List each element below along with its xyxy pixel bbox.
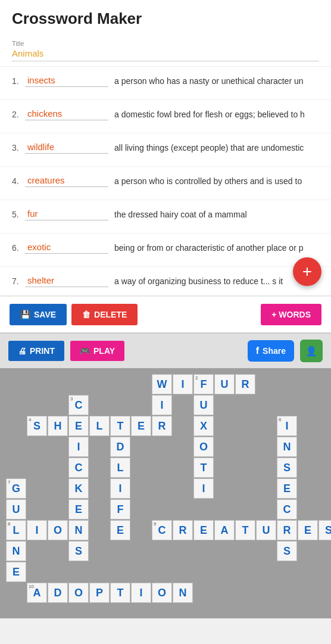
app-title: Crossword Maker <box>12 10 319 28</box>
word-term-input[interactable] <box>25 175 108 187</box>
crossword-cell: I <box>193 478 214 499</box>
crossword-cell: S <box>318 520 331 540</box>
save-icon: 💾 <box>20 310 30 319</box>
word-clue: the dressed hairy coat of a mammal <box>114 209 319 219</box>
crossword-cell: I <box>27 520 47 540</box>
crossword-cell: S <box>68 541 89 561</box>
crossword-cell: I <box>152 395 172 415</box>
word-term-input[interactable] <box>25 142 108 154</box>
crossword-cell: R <box>235 374 255 394</box>
word-clue: being or from or characteristic of anoth… <box>114 242 319 253</box>
share-button[interactable]: f Share <box>248 340 294 362</box>
word-term-input[interactable] <box>25 75 108 87</box>
word-number: 7. <box>12 275 25 286</box>
crossword-cell: K <box>68 478 89 499</box>
print-icon: 🖨 <box>18 346 26 356</box>
crossword-cell: E <box>68 499 89 519</box>
crossword-cell: N <box>6 541 26 561</box>
word-term-input[interactable] <box>25 275 108 287</box>
word-row: 3. all living things (except people) tha… <box>0 133 331 167</box>
crossword-cell: D <box>48 583 68 603</box>
crossword-cell: E <box>110 520 130 540</box>
word-term-input[interactable] <box>25 108 108 120</box>
crossword-cell: W <box>152 374 172 394</box>
crossword-cell: R <box>277 520 297 540</box>
word-number: 1. <box>12 75 25 86</box>
crossword-cell: 6I <box>277 416 297 436</box>
crossword-cell: I <box>173 374 193 394</box>
crossword-cell: I <box>131 583 151 603</box>
title-input-area: Title <box>0 38 331 66</box>
word-number: 5. <box>12 209 25 219</box>
crossword-cell: R <box>173 520 193 540</box>
print-button[interactable]: 🖨 PRINT <box>8 341 64 361</box>
word-row: 2. a domestic fowl bred for flesh or egg… <box>0 100 331 133</box>
crossword-cell: T <box>110 416 130 436</box>
facebook-icon: f <box>256 346 259 356</box>
crossword-cell: L <box>89 416 110 436</box>
crossword-cell: C <box>277 499 297 519</box>
words-list: 1. a person who has a nasty or unethical… <box>0 67 331 295</box>
word-clue: a person who is controlled by others and… <box>114 175 319 186</box>
crossword-cell: H <box>48 416 68 436</box>
crossword-cell: D <box>110 437 130 457</box>
crossword-cell: 2F <box>193 374 214 394</box>
word-number: 4. <box>12 175 25 186</box>
crossword-cell: U <box>6 499 26 519</box>
trash-icon: 🗑 <box>82 310 90 319</box>
add-words-button[interactable]: + WORDS <box>261 304 321 325</box>
crossword-cell: 7G <box>6 478 26 499</box>
word-term-input[interactable] <box>25 242 108 254</box>
crossword-cell: P <box>89 583 110 603</box>
crossword-cell: T <box>110 583 130 603</box>
word-clue: all living things (except people) that a… <box>114 142 319 153</box>
save-button[interactable]: 💾 SAVE <box>10 304 67 325</box>
user-button[interactable]: 👤 <box>300 340 323 362</box>
crossword-cell: T <box>193 458 214 478</box>
crossword-cell: E <box>68 416 89 436</box>
bottom-bar: 🖨 PRINT 🎮 PLAY f Share 👤 <box>0 332 331 368</box>
app-container: Crossword Maker Title 1. a person who ha… <box>0 0 331 618</box>
crossword-cell: E <box>193 520 214 540</box>
word-number: 6. <box>12 242 25 253</box>
crossword-cell: A <box>214 520 235 540</box>
crossword-cell: U <box>193 395 214 415</box>
crossword-cell: O <box>48 520 68 540</box>
crossword-cell: X <box>193 416 214 436</box>
crossword-area: WI2FUR3CIU4SHELTERX6IIDONCLTS7GKIIEUEFC8… <box>0 368 331 618</box>
add-word-fab[interactable]: + <box>293 257 321 286</box>
crossword-cell: R <box>152 416 172 436</box>
header: Crossword Maker <box>0 0 331 38</box>
crossword-cell: N <box>277 437 297 457</box>
crossword-cell: 8L <box>6 520 26 540</box>
crossword-cell: I <box>68 437 89 457</box>
word-clue: a person who has a nasty or unethical ch… <box>114 75 319 86</box>
user-icon: 👤 <box>305 346 317 357</box>
crossword-cell: E <box>298 520 318 540</box>
crossword-cell: C <box>68 458 89 478</box>
crossword-cell: S <box>277 541 297 561</box>
crossword-cell: L <box>110 458 130 478</box>
crossword-grid: WI2FUR3CIU4SHELTERX6IIDONCLTS7GKIIEUEFC8… <box>0 368 331 615</box>
word-clue: a way of organizing business to reduce t… <box>114 275 319 286</box>
word-clue: a domestic fowl bred for flesh or eggs; … <box>114 108 319 119</box>
crossword-cell: E <box>6 562 26 582</box>
crossword-cell: F <box>110 499 130 519</box>
crossword-cell: O <box>68 583 89 603</box>
crossword-cell: O <box>193 437 214 457</box>
gamepad-icon: 🎮 <box>80 346 90 356</box>
crossword-cell: N <box>68 520 89 540</box>
word-row: 1. a person who has a nasty or unethical… <box>0 67 331 100</box>
play-button[interactable]: 🎮 PLAY <box>70 341 124 361</box>
word-row: 6. being or from or characteristic of an… <box>0 234 331 267</box>
crossword-cell: S <box>277 458 297 478</box>
crossword-cell: U <box>256 520 276 540</box>
puzzle-title-input[interactable] <box>12 48 319 61</box>
crossword-cell: T <box>235 520 255 540</box>
title-label: Title <box>12 40 319 47</box>
word-number: 2. <box>12 108 25 119</box>
delete-button[interactable]: 🗑 DELETE <box>71 304 138 325</box>
word-term-input[interactable] <box>25 209 108 220</box>
crossword-cell: 10A <box>27 583 47 603</box>
word-row: 7. a way of organizing business to reduc… <box>0 267 331 295</box>
